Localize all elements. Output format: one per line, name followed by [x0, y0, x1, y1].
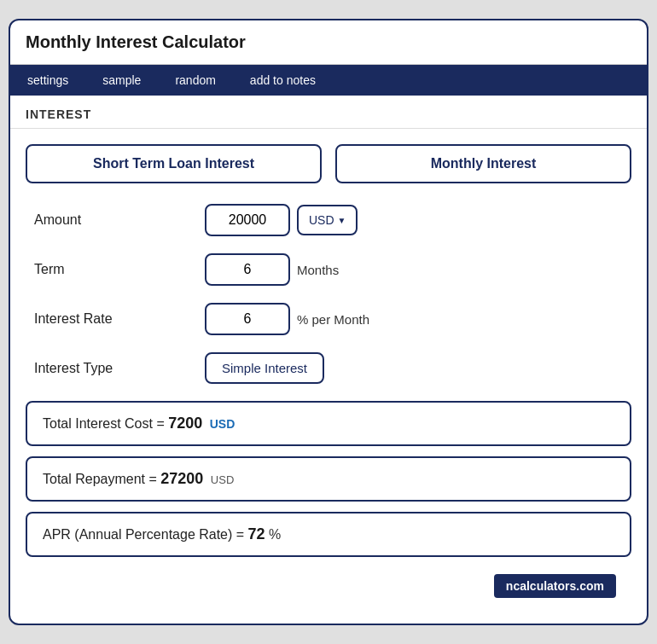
- term-input[interactable]: [205, 253, 290, 286]
- term-unit: Months: [297, 263, 339, 277]
- term-row: Term Months: [26, 253, 631, 286]
- equals-sign-2: =: [149, 472, 161, 486]
- type-button-group: Short Term Loan Interest Monthly Interes…: [26, 144, 631, 183]
- amount-row: Amount USD ▼: [26, 204, 631, 236]
- rate-label: Interest Rate: [34, 311, 205, 327]
- app-title: Monthly Interest Calculator: [10, 20, 647, 65]
- monthly-interest-button[interactable]: Monthly Interest: [335, 144, 631, 183]
- apr-unit: %: [269, 527, 281, 542]
- footer-brand: ncalculators.com: [26, 567, 631, 608]
- type-row: Interest Type Simple Interest: [26, 352, 631, 384]
- currency-dropdown[interactable]: USD ▼: [297, 205, 358, 235]
- total-interest-label: Total Interest Cost: [43, 416, 153, 431]
- rate-unit: % per Month: [297, 312, 369, 327]
- amount-label: Amount: [34, 212, 205, 228]
- total-interest-result: Total Interest Cost = 7200 USD: [26, 401, 631, 446]
- equals-sign-1: =: [156, 416, 168, 431]
- total-interest-currency: USD: [210, 417, 235, 431]
- calculator-container: Monthly Interest Calculator settings sam…: [9, 19, 648, 625]
- total-repayment-label: Total Repayment: [43, 472, 145, 486]
- apr-value: 72: [248, 525, 265, 542]
- type-inputs: Simple Interest: [205, 352, 324, 384]
- apr-result: APR (Annual Percentage Rate) = 72 %: [26, 512, 631, 557]
- total-repayment-value: 27200: [160, 470, 203, 487]
- amount-inputs: USD ▼: [205, 204, 358, 236]
- calc-body: Short Term Loan Interest Monthly Interes…: [10, 129, 647, 624]
- nav-random[interactable]: random: [158, 65, 232, 96]
- interest-type-button[interactable]: Simple Interest: [205, 352, 324, 384]
- brand-badge: ncalculators.com: [494, 574, 616, 598]
- nav-add-to-notes[interactable]: add to notes: [233, 65, 333, 96]
- currency-label: USD: [309, 213, 334, 227]
- total-repayment-currency: USD: [211, 473, 234, 486]
- section-label: INTEREST: [10, 96, 647, 129]
- total-repayment-result: Total Repayment = 27200 USD: [26, 456, 631, 502]
- rate-row: Interest Rate % per Month: [26, 303, 631, 335]
- term-inputs: Months: [205, 253, 339, 286]
- total-interest-value: 7200: [168, 415, 202, 432]
- short-term-loan-button[interactable]: Short Term Loan Interest: [26, 144, 322, 183]
- equals-sign-3: =: [236, 527, 248, 542]
- nav-settings[interactable]: settings: [10, 65, 85, 96]
- term-label: Term: [34, 262, 205, 277]
- chevron-down-icon: ▼: [338, 216, 346, 225]
- amount-input[interactable]: [205, 204, 290, 236]
- apr-label: APR (Annual Percentage Rate): [43, 527, 232, 542]
- rate-input[interactable]: [205, 303, 290, 335]
- rate-inputs: % per Month: [205, 303, 369, 335]
- nav-bar: settings sample random add to notes: [10, 65, 647, 96]
- nav-sample[interactable]: sample: [85, 65, 158, 96]
- interest-type-label: Interest Type: [34, 361, 205, 376]
